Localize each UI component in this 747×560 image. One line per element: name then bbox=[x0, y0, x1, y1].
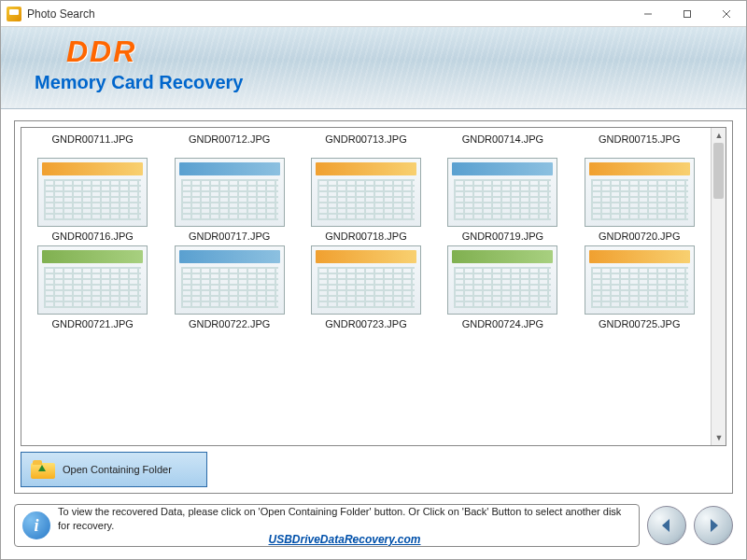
window-controls bbox=[628, 1, 746, 27]
file-name: GNDR00714.JPG bbox=[462, 133, 543, 145]
close-button[interactable] bbox=[707, 1, 746, 27]
thumbnail-icon bbox=[37, 158, 148, 227]
arrow-left-icon bbox=[657, 516, 676, 535]
maximize-icon bbox=[683, 9, 692, 19]
file-item[interactable]: GNDR00713.JPG bbox=[299, 133, 433, 154]
open-folder-label: Open Containing Folder bbox=[63, 464, 172, 475]
content-frame: GNDR00711.JPG GNDR00712.JPG GNDR00713.JP… bbox=[14, 120, 733, 494]
file-name: GNDR00725.JPG bbox=[599, 318, 680, 329]
svg-marker-4 bbox=[662, 519, 669, 532]
app-icon bbox=[7, 7, 21, 21]
scroll-down-button[interactable]: ▼ bbox=[712, 430, 726, 445]
file-item[interactable]: GNDR00719.JPG bbox=[435, 158, 570, 242]
thumbnail-icon bbox=[585, 158, 695, 227]
thumbnail-area: GNDR00711.JPG GNDR00712.JPG GNDR00713.JP… bbox=[21, 127, 726, 446]
thumbnail-icon bbox=[311, 158, 421, 227]
thumbnail-icon bbox=[447, 245, 557, 315]
minimize-button[interactable] bbox=[628, 1, 668, 27]
file-name: GNDR00711.JPG bbox=[51, 133, 133, 145]
file-name: GNDR00724.JPG bbox=[462, 318, 543, 329]
file-item[interactable]: GNDR00714.JPG bbox=[435, 133, 570, 154]
file-name: GNDR00717.JPG bbox=[189, 231, 270, 242]
file-name: GNDR00718.JPG bbox=[325, 231, 406, 242]
file-name: GNDR00723.JPG bbox=[325, 318, 406, 329]
thumbnail-icon bbox=[175, 245, 285, 315]
app-subtitle: Memory Card Recovery bbox=[35, 72, 243, 93]
thumbnail-icon bbox=[37, 245, 148, 315]
thumbnail-icon bbox=[585, 245, 695, 315]
file-name: GNDR00713.JPG bbox=[325, 133, 406, 145]
thumbnail-grid: GNDR00711.JPG GNDR00712.JPG GNDR00713.JP… bbox=[21, 128, 711, 445]
close-icon bbox=[722, 9, 731, 19]
file-item[interactable]: GNDR00717.JPG bbox=[162, 158, 296, 242]
scroll-up-button[interactable]: ▲ bbox=[712, 128, 726, 143]
file-name: GNDR00721.JPG bbox=[51, 318, 133, 329]
open-containing-folder-button[interactable]: Open Containing Folder bbox=[21, 452, 207, 487]
app-window: Photo Search DDR Memory Card Recovery GN… bbox=[0, 0, 747, 560]
file-name: GNDR00712.JPG bbox=[189, 133, 270, 145]
arrow-right-icon bbox=[704, 516, 723, 535]
file-name: GNDR00715.JPG bbox=[599, 133, 680, 145]
forward-button[interactable] bbox=[694, 506, 733, 545]
vertical-scrollbar[interactable]: ▲ ▼ bbox=[711, 128, 726, 445]
file-item[interactable]: GNDR00723.JPG bbox=[299, 245, 433, 329]
titlebar: Photo Search bbox=[1, 1, 746, 27]
file-item[interactable]: GNDR00722.JPG bbox=[162, 245, 296, 329]
file-item[interactable]: GNDR00712.JPG bbox=[162, 133, 296, 154]
back-button[interactable] bbox=[647, 506, 686, 545]
svg-rect-1 bbox=[684, 10, 691, 17]
file-name: GNDR00720.JPG bbox=[599, 231, 680, 242]
folder-icon bbox=[31, 460, 55, 479]
thumbnail-icon bbox=[447, 158, 557, 227]
minimize-icon bbox=[643, 9, 653, 19]
scroll-thumb[interactable] bbox=[713, 143, 724, 199]
file-name: GNDR00719.JPG bbox=[462, 231, 543, 242]
file-item[interactable]: GNDR00725.JPG bbox=[572, 245, 707, 329]
hint-content: To view the recovered Data, please click… bbox=[58, 505, 631, 546]
info-icon: i bbox=[22, 511, 50, 539]
window-title: Photo Search bbox=[27, 7, 628, 21]
footer-bar: i To view the recovered Data, please cli… bbox=[14, 501, 733, 550]
maximize-button[interactable] bbox=[668, 1, 707, 27]
file-item[interactable]: GNDR00718.JPG bbox=[299, 158, 433, 242]
thumbnail-icon bbox=[311, 245, 421, 315]
hint-text: To view the recovered Data, please click… bbox=[58, 505, 631, 532]
header-banner: DDR Memory Card Recovery bbox=[1, 27, 746, 109]
hint-box: i To view the recovered Data, please cli… bbox=[14, 504, 640, 547]
svg-marker-5 bbox=[711, 519, 718, 532]
logo-text: DDR bbox=[66, 35, 136, 69]
file-item[interactable]: GNDR00716.JPG bbox=[25, 158, 160, 242]
file-item[interactable]: GNDR00724.JPG bbox=[435, 245, 570, 329]
file-item[interactable]: GNDR00711.JPG bbox=[25, 133, 160, 154]
file-name: GNDR00716.JPG bbox=[51, 231, 133, 242]
file-item[interactable]: GNDR00721.JPG bbox=[25, 245, 160, 329]
file-item[interactable]: GNDR00715.JPG bbox=[572, 133, 707, 154]
file-name: GNDR00722.JPG bbox=[189, 318, 270, 329]
file-item[interactable]: GNDR00720.JPG bbox=[572, 158, 707, 242]
thumbnail-icon bbox=[175, 158, 285, 227]
website-url: USBDriveDataRecovery.com bbox=[58, 533, 631, 546]
